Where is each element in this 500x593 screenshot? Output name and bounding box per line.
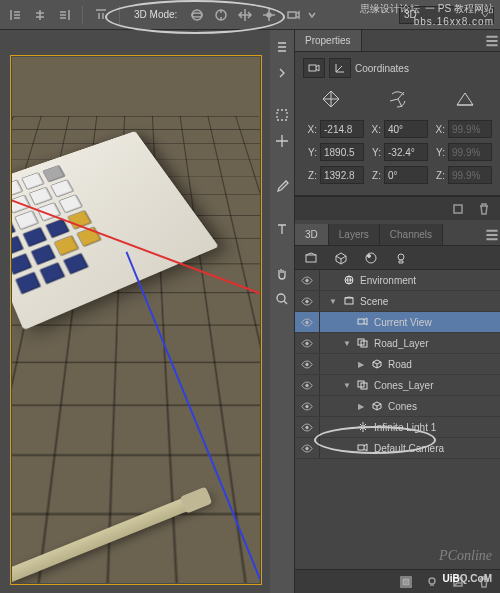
svg-rect-9 bbox=[309, 65, 316, 71]
visibility-toggle[interactable] bbox=[295, 318, 319, 327]
render-icon[interactable] bbox=[396, 572, 416, 592]
marquee-icon[interactable] bbox=[272, 104, 292, 126]
svg-rect-10 bbox=[454, 205, 462, 213]
twisty-icon[interactable]: ▶ bbox=[356, 360, 366, 369]
rotation-field[interactable]: 40° bbox=[384, 120, 428, 138]
threed-filter-row bbox=[295, 246, 500, 270]
svg-rect-18 bbox=[345, 298, 353, 304]
type-icon[interactable] bbox=[272, 218, 292, 240]
align-right-icon[interactable] bbox=[54, 5, 74, 25]
tab-properties[interactable]: Properties bbox=[295, 30, 362, 51]
mode-label: 3D Mode: bbox=[134, 9, 177, 20]
svg-point-12 bbox=[366, 253, 376, 263]
tree-item-road-layer[interactable]: ▼ Road_Layer bbox=[295, 333, 500, 354]
tree-item-current-view[interactable]: Current View bbox=[295, 312, 500, 333]
svg-point-17 bbox=[306, 300, 309, 303]
scale-mode-icon[interactable] bbox=[450, 86, 480, 112]
svg-rect-11 bbox=[306, 255, 316, 262]
tree-item-default-camera[interactable]: Default Camera bbox=[295, 438, 500, 459]
zoom-camera-icon[interactable] bbox=[283, 5, 303, 25]
slide-icon[interactable] bbox=[259, 5, 279, 25]
move-icon[interactable] bbox=[272, 130, 292, 152]
panel-menu-icon[interactable] bbox=[484, 31, 500, 51]
tab-channels[interactable]: Channels bbox=[380, 224, 443, 245]
tree-item-infinite-light-1[interactable]: Infinite Light 1 bbox=[295, 417, 500, 438]
visibility-toggle[interactable] bbox=[295, 339, 319, 348]
grip-icon[interactable] bbox=[272, 36, 292, 58]
filter-light-icon[interactable] bbox=[393, 250, 409, 266]
trash-icon[interactable] bbox=[474, 572, 494, 592]
visibility-toggle[interactable] bbox=[295, 276, 319, 285]
camera-props-icon[interactable] bbox=[303, 58, 325, 78]
axis-label: X: bbox=[303, 124, 317, 135]
panel-menu-icon[interactable] bbox=[484, 225, 500, 245]
svg-point-35 bbox=[429, 578, 435, 584]
tree-item-environment[interactable]: Environment bbox=[295, 270, 500, 291]
tree-item-cones[interactable]: ▶ Cones bbox=[295, 396, 500, 417]
env-icon bbox=[342, 274, 356, 286]
position-field[interactable]: -214.8 bbox=[320, 120, 364, 138]
rotate-mode-icon[interactable] bbox=[383, 86, 413, 112]
visibility-toggle[interactable] bbox=[295, 402, 319, 411]
visibility-toggle[interactable] bbox=[295, 297, 319, 306]
eyedropper-icon[interactable] bbox=[272, 174, 292, 196]
threed-footer bbox=[295, 569, 500, 593]
tab-layers[interactable]: Layers bbox=[329, 224, 380, 245]
twisty-icon[interactable]: ▼ bbox=[342, 381, 352, 390]
visibility-toggle[interactable] bbox=[295, 381, 319, 390]
hand-icon[interactable] bbox=[272, 262, 292, 284]
svg-rect-34 bbox=[403, 579, 409, 585]
svg-point-24 bbox=[306, 363, 309, 366]
svg-point-13 bbox=[368, 254, 371, 257]
svg-point-19 bbox=[306, 321, 309, 324]
axis-label: Z: bbox=[431, 170, 445, 181]
visibility-toggle[interactable] bbox=[295, 423, 319, 432]
visibility-toggle[interactable] bbox=[295, 360, 319, 369]
tree-item-label: Scene bbox=[360, 296, 388, 307]
trash-icon[interactable] bbox=[474, 199, 494, 219]
move-mode-icon[interactable] bbox=[316, 86, 346, 112]
svg-rect-7 bbox=[277, 110, 287, 120]
rotation-field[interactable]: 0° bbox=[384, 166, 428, 184]
svg-point-25 bbox=[306, 384, 309, 387]
coords-props-icon[interactable] bbox=[329, 58, 351, 78]
align-left-icon[interactable] bbox=[6, 5, 26, 25]
axis-label: X: bbox=[367, 124, 381, 135]
svg-point-3 bbox=[267, 13, 271, 17]
coord-row: Y: 1890.5 Y: -32.4° Y: 99.9% bbox=[303, 143, 492, 161]
group-icon bbox=[356, 337, 370, 349]
align-center-h-icon[interactable] bbox=[30, 5, 50, 25]
roll-icon[interactable] bbox=[211, 5, 231, 25]
new-item-icon[interactable] bbox=[448, 572, 468, 592]
scale-field: 99.9% bbox=[448, 143, 492, 161]
twisty-icon[interactable]: ▼ bbox=[342, 339, 352, 348]
pan-icon[interactable] bbox=[235, 5, 255, 25]
svg-point-30 bbox=[361, 425, 365, 429]
tree-item-cones-layer[interactable]: ▼ Cones_Layer bbox=[295, 375, 500, 396]
tab-3d[interactable]: 3D bbox=[295, 224, 329, 245]
filter-mesh-icon[interactable] bbox=[333, 250, 349, 266]
scale-field: 99.9% bbox=[448, 120, 492, 138]
coord-row: Z: 1392.8 Z: 0° Z: 99.9% bbox=[303, 166, 492, 184]
position-field[interactable]: 1890.5 bbox=[320, 143, 364, 161]
filter-scene-icon[interactable] bbox=[303, 250, 319, 266]
new-light-icon[interactable] bbox=[422, 572, 442, 592]
threed-scene-tree: Environment ▼ Scene Current View ▼ Road_… bbox=[295, 270, 500, 569]
position-field[interactable]: 1392.8 bbox=[320, 166, 364, 184]
align-top-icon[interactable] bbox=[91, 5, 111, 25]
chevron-down-icon[interactable] bbox=[307, 5, 317, 25]
reset-coords-icon[interactable] bbox=[448, 199, 468, 219]
tree-item-scene[interactable]: ▼ Scene bbox=[295, 291, 500, 312]
document-canvas[interactable] bbox=[0, 30, 270, 593]
filter-material-icon[interactable] bbox=[363, 250, 379, 266]
twisty-icon[interactable]: ▼ bbox=[328, 297, 338, 306]
svg-point-0 bbox=[192, 10, 202, 20]
visibility-toggle[interactable] bbox=[295, 444, 319, 453]
tree-item-road[interactable]: ▶ Road bbox=[295, 354, 500, 375]
twisty-icon[interactable]: ▶ bbox=[356, 402, 366, 411]
orbit-icon[interactable] bbox=[187, 5, 207, 25]
rotation-field[interactable]: -32.4° bbox=[384, 143, 428, 161]
expand-icon[interactable] bbox=[272, 62, 292, 84]
axis-label: Y: bbox=[303, 147, 317, 158]
zoom-icon[interactable] bbox=[272, 288, 292, 310]
